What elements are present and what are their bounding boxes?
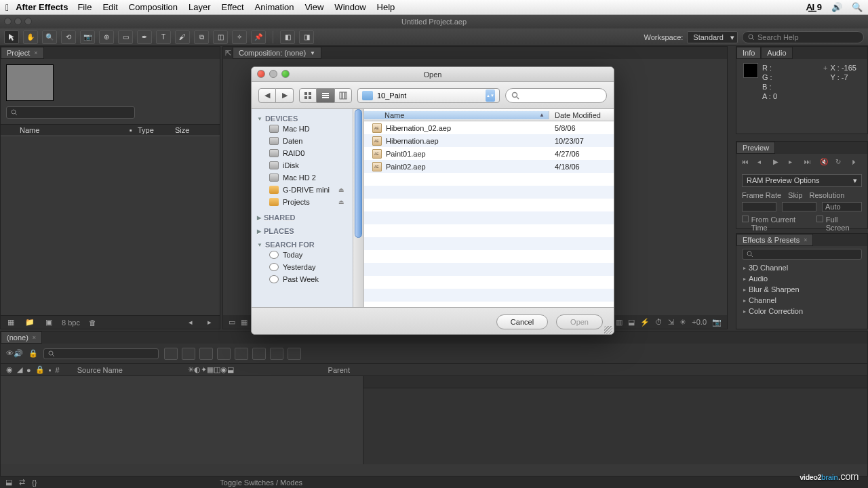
- shared-header[interactable]: ▶SHARED: [257, 214, 347, 222]
- delete-icon[interactable]: 🗑: [87, 317, 99, 328]
- sidebar-device[interactable]: RAID0: [257, 147, 347, 159]
- mute-icon[interactable]: 🔇: [820, 158, 831, 167]
- snapshot-icon[interactable]: 📷: [712, 318, 722, 327]
- toggle-switches-modes-button[interactable]: Toggle Switches / Modes: [220, 479, 302, 487]
- sidebar-search-item[interactable]: Yesterday: [257, 261, 347, 273]
- eject-icon[interactable]: ⏏: [338, 199, 344, 205]
- date-column-header[interactable]: Date Modified: [549, 111, 614, 119]
- full-screen-checkbox[interactable]: [816, 216, 823, 222]
- info-tab[interactable]: Info: [736, 47, 761, 59]
- last-frame-icon[interactable]: ⏭: [804, 158, 815, 167]
- camera-tool[interactable]: 📷: [80, 30, 95, 44]
- draft-3d-icon[interactable]: [182, 348, 195, 360]
- sidebar-device[interactable]: G-DRIVE mini⏏: [257, 184, 347, 196]
- effect-category[interactable]: ▸Audio: [741, 273, 863, 284]
- scroll-right-icon[interactable]: ▸: [203, 317, 216, 328]
- hand-tool[interactable]: ✋: [23, 30, 38, 44]
- tool-option-2[interactable]: ◨: [299, 30, 314, 44]
- pen-tool[interactable]: ✒: [137, 30, 152, 44]
- interpret-footage-icon[interactable]: ▦: [5, 317, 17, 328]
- ram-preview-icon[interactable]: ⏵: [851, 158, 862, 167]
- next-frame-icon[interactable]: ▸: [789, 158, 800, 167]
- timeline-layer-area[interactable]: [1, 376, 363, 464]
- file-row[interactable]: Hibernation.aep 10/23/07: [364, 134, 614, 147]
- motion-blur-icon[interactable]: [235, 348, 248, 360]
- timeline-graph-area[interactable]: [363, 376, 867, 464]
- file-row[interactable]: Paint02.aep 4/18/06: [364, 160, 614, 173]
- timeline-ruler[interactable]: [363, 376, 867, 388]
- devices-header[interactable]: ▼DEVICES: [257, 115, 347, 123]
- shy-icon[interactable]: [199, 348, 213, 360]
- effect-category[interactable]: ▸Blur & Sharpen: [741, 284, 863, 295]
- frame-rate-input[interactable]: [742, 202, 776, 211]
- exposure-reset-icon[interactable]: ☀: [679, 318, 686, 327]
- rotation-tool[interactable]: ⟲: [61, 30, 76, 44]
- pixel-aspect-icon[interactable]: ⬓: [628, 318, 635, 327]
- col-source-name[interactable]: Source Name: [77, 366, 123, 374]
- close-window-button[interactable]: [4, 18, 12, 25]
- puppet-tool[interactable]: 📌: [251, 30, 266, 44]
- dialog-close-button[interactable]: [257, 70, 265, 78]
- minimize-window-button[interactable]: [14, 18, 22, 25]
- places-header[interactable]: ▶PLACES: [257, 227, 347, 235]
- dialog-minimize-button[interactable]: [269, 70, 277, 78]
- file-row[interactable]: Paint01.aep 4/27/06: [364, 147, 614, 160]
- menu-animation[interactable]: Animation: [255, 2, 294, 12]
- comp-mini-flowchart-icon[interactable]: [164, 348, 178, 360]
- from-current-checkbox[interactable]: [742, 216, 749, 222]
- comp-flowchart-icon[interactable]: ⇱: [223, 49, 233, 58]
- app-menu[interactable]: After Effects: [16, 2, 68, 12]
- sidebar-search-item[interactable]: Past Week: [257, 273, 347, 285]
- scroll-left-icon[interactable]: ◂: [184, 317, 197, 328]
- menu-effect[interactable]: Effect: [222, 2, 244, 12]
- view-layout-icon[interactable]: ▥: [616, 318, 623, 327]
- apple-menu-icon[interactable]: : [5, 2, 9, 13]
- lock-icon[interactable]: 🔒: [28, 349, 38, 358]
- exposure-value[interactable]: +0.0: [692, 318, 707, 326]
- selection-tool[interactable]: [4, 30, 19, 44]
- timeline-tab[interactable]: (none)×: [1, 331, 42, 344]
- col-name[interactable]: Name: [14, 126, 130, 134]
- col-size[interactable]: Size: [170, 126, 195, 134]
- brush-tool[interactable]: 🖌: [175, 30, 190, 44]
- search-help-input[interactable]: Search Help: [742, 31, 864, 43]
- prev-frame-icon[interactable]: ◂: [757, 158, 768, 167]
- volume-icon[interactable]: 🔊: [831, 2, 842, 12]
- brackets-icon[interactable]: {}: [32, 479, 37, 487]
- mag-ratio-icon[interactable]: ▭: [229, 318, 235, 327]
- type-tool[interactable]: T: [156, 30, 171, 44]
- timeline-search-input[interactable]: [43, 348, 159, 359]
- ram-preview-options-dropdown[interactable]: RAM Preview Options▾: [742, 174, 862, 187]
- open-button[interactable]: Open: [556, 314, 603, 329]
- preview-tab[interactable]: Preview: [736, 142, 775, 154]
- column-view-button[interactable]: [334, 88, 352, 103]
- menu-file[interactable]: File: [77, 2, 92, 12]
- toggle-switches-icon[interactable]: ⇄: [19, 478, 25, 487]
- av-features-icon[interactable]: 👁🔊: [6, 349, 23, 358]
- label-col-icon[interactable]: ▪: [49, 366, 52, 374]
- frame-blend-icon[interactable]: [217, 348, 231, 360]
- graph-editor-icon[interactable]: [288, 348, 301, 360]
- menu-composition[interactable]: Composition: [129, 2, 178, 12]
- loop-icon[interactable]: ↻: [835, 158, 846, 167]
- sidebar-device[interactable]: Projects⏏: [257, 196, 347, 208]
- sidebar-device[interactable]: Mac HD 2: [257, 171, 347, 184]
- audio-tab[interactable]: Audio: [761, 47, 792, 59]
- effects-search-input[interactable]: [742, 249, 862, 260]
- menu-view[interactable]: View: [304, 2, 323, 12]
- menu-edit[interactable]: Edit: [102, 2, 117, 12]
- close-tab-icon[interactable]: ×: [34, 49, 37, 56]
- comp-flowchart-btn-icon[interactable]: ⇲: [668, 318, 674, 327]
- composition-tab[interactable]: Composition: (none) ▼: [233, 47, 321, 59]
- menu-window[interactable]: Window: [334, 2, 366, 12]
- resolution-icon[interactable]: ▦: [241, 318, 248, 327]
- icon-view-button[interactable]: [299, 88, 317, 103]
- nav-back-button[interactable]: ◀: [258, 88, 276, 103]
- search-for-header[interactable]: ▼SEARCH FOR: [257, 241, 347, 249]
- clone-tool[interactable]: ⧉: [194, 30, 209, 44]
- path-dropdown[interactable]: 10_Paint ▲▼: [357, 88, 500, 103]
- dialog-search-input[interactable]: [505, 88, 607, 103]
- fast-preview-icon[interactable]: ⚡: [640, 318, 650, 327]
- menu-help[interactable]: Help: [377, 2, 395, 12]
- eraser-tool[interactable]: ◫: [213, 30, 228, 44]
